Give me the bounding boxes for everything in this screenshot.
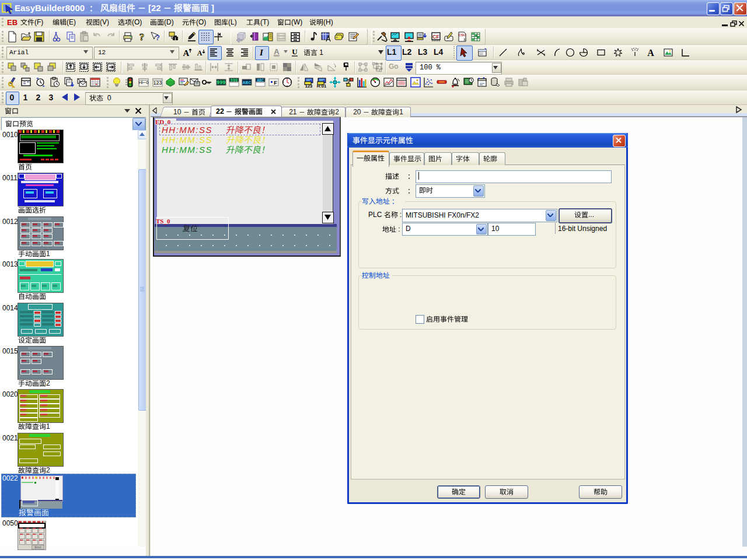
- svg-text:A: A: [183, 48, 190, 58]
- svg-text:?: ?: [139, 32, 145, 43]
- svg-text:I: I: [259, 48, 264, 57]
- svg-text:123: 123: [305, 83, 313, 88]
- svg-text:F: F: [274, 80, 277, 86]
- svg-text:H:01: H:01: [317, 83, 326, 88]
- svg-text:A: A: [647, 48, 654, 58]
- svg-text:999: 999: [217, 80, 225, 86]
- svg-text:H⊢0: H⊢0: [138, 80, 149, 85]
- svg-text:?: ?: [155, 33, 160, 42]
- svg-text:A: A: [274, 47, 280, 56]
- svg-text:ABC: ABC: [257, 79, 264, 83]
- svg-text:A: A: [197, 49, 203, 57]
- svg-text:CSU: CSU: [459, 33, 466, 37]
- svg-text:999: 999: [231, 78, 238, 83]
- svg-text:U: U: [292, 47, 298, 56]
- svg-text:123: 123: [153, 80, 162, 86]
- svg-text:CF: CF: [432, 34, 439, 40]
- svg-text:ABC: ABC: [243, 80, 252, 85]
